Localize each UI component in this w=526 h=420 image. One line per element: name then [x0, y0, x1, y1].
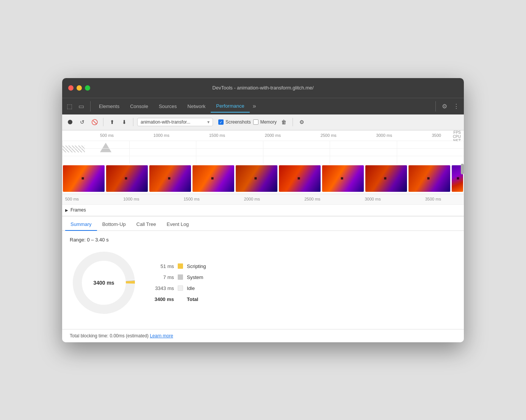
more-icon[interactable]: ⋮: [452, 101, 461, 111]
timeline-area: 500 ms 1000 ms 1500 ms 2000 ms 2500 ms 3…: [62, 130, 464, 216]
screenshots-checkbox[interactable]: Screenshots: [218, 119, 251, 125]
tab-items: Elements Console Sources Network Perform…: [94, 100, 435, 113]
ruler2-label-3500: 3500 ms: [425, 197, 441, 201]
cpu-label: CPU: [453, 135, 461, 139]
url-text: animation-with-transfor...: [141, 119, 206, 125]
tab-call-tree[interactable]: Call Tree: [131, 218, 161, 231]
legend-system: 7 ms System: [153, 274, 206, 280]
fps-label: FPS: [453, 130, 461, 135]
screenshots-checkbox-icon: [218, 119, 224, 125]
ruler2-label-500: 500 ms: [65, 197, 79, 201]
toolbar: ↺ 🚫 ⬆ ⬇ animation-with-transfor... ▾ Scr…: [62, 114, 464, 130]
tab-console[interactable]: Console: [125, 100, 153, 112]
screenshot-5[interactable]: [236, 165, 277, 192]
scripting-label: Scripting: [187, 263, 206, 269]
tab-elements[interactable]: Elements: [94, 100, 125, 112]
idle-swatch: [178, 285, 183, 291]
toolbar-separator-3: [293, 118, 293, 126]
memory-checkbox[interactable]: Memory: [253, 119, 277, 125]
ruler-labels-top: 500 ms 1000 ms 1500 ms 2000 ms 2500 ms 3…: [100, 133, 464, 138]
cursor-icon[interactable]: ⬚: [65, 101, 74, 111]
total-label: Total: [187, 296, 198, 302]
frames-row[interactable]: ▶ Frames: [62, 205, 464, 216]
ruler-label-2500: 2500 ms: [321, 133, 337, 138]
scrollbar-thumb[interactable]: [461, 164, 464, 174]
ruler2-label-1000: 1000 ms: [123, 197, 139, 201]
svg-point-0: [68, 120, 72, 124]
url-dropdown-icon: ▾: [207, 119, 210, 125]
screenshots-strip[interactable]: [62, 164, 464, 194]
idle-value: 3343 ms: [153, 285, 174, 291]
download-button[interactable]: ⬇: [119, 117, 129, 127]
screenshot-4[interactable]: [193, 165, 234, 192]
ruler-label-3000: 3000 ms: [376, 133, 392, 138]
timeline-ruler-bottom: 500 ms 1000 ms 1500 ms 2000 ms 2500 ms 3…: [62, 194, 464, 205]
analysis-tabs: Summary Bottom-Up Call Tree Event Log: [62, 216, 464, 231]
frames-arrow-icon: ▶: [65, 208, 68, 212]
ruler2-label-2500: 2500 ms: [304, 197, 320, 201]
donut-chart: 3400 ms: [70, 249, 138, 317]
ruler2-label-3000: 3000 ms: [365, 197, 380, 201]
ruler-label-1500: 1500 ms: [209, 133, 225, 138]
ruler-label-1000: 1000 ms: [153, 133, 169, 138]
scripting-swatch: [178, 263, 183, 269]
trash-icon[interactable]: 🗑: [279, 117, 289, 127]
screenshot-1[interactable]: [63, 165, 105, 192]
settings-icon[interactable]: ⚙: [440, 101, 449, 111]
clear-button[interactable]: 🚫: [89, 117, 99, 127]
toolbar-separator-2: [133, 118, 133, 126]
minimize-button[interactable]: [77, 85, 82, 91]
ruler-label-2000: 2000 ms: [265, 133, 281, 138]
screenshot-8[interactable]: [365, 165, 407, 192]
blocking-time-text: Total blocking time: 0.00ms (estimated): [70, 333, 149, 339]
tab-bottom-up[interactable]: Bottom-Up: [97, 218, 131, 231]
range-text: Range: 0 – 3.40 s: [70, 237, 456, 243]
memory-checkbox-icon: [253, 119, 258, 125]
traffic-lights: [68, 85, 90, 91]
learn-more-link[interactable]: Learn more: [150, 333, 173, 339]
bottom-panel: Summary Bottom-Up Call Tree Event Log Ra…: [62, 216, 464, 342]
ruler-label-500: 500 ms: [100, 133, 114, 138]
toolbar-right: Screenshots Memory 🗑 ⚙: [218, 117, 307, 127]
ruler2-label-1500: 1500 ms: [184, 197, 200, 201]
ruler-label-3500: 3500: [432, 133, 441, 138]
summary-content: 3400 ms 51 ms Scripting 7 ms System: [70, 249, 456, 317]
screenshot-2[interactable]: [106, 165, 148, 192]
screenshot-3[interactable]: [149, 165, 191, 192]
tab-performance[interactable]: Performance: [211, 100, 249, 113]
settings-gear-icon[interactable]: ⚙: [297, 117, 307, 127]
legend-idle: 3343 ms Idle: [153, 285, 206, 291]
bottom-bar: Total blocking time: 0.00ms (estimated) …: [62, 329, 464, 342]
screenshots-label: Screenshots: [225, 119, 251, 125]
devtools-window: DevTools - animation-with-transform.glit…: [62, 78, 464, 342]
close-button[interactable]: [68, 85, 74, 91]
tab-summary[interactable]: Summary: [65, 218, 97, 231]
maximize-button[interactable]: [85, 85, 90, 91]
tab-event-log[interactable]: Event Log: [161, 218, 194, 231]
screenshot-7[interactable]: [322, 165, 364, 192]
title-bar: DevTools - animation-with-transform.glit…: [62, 78, 464, 98]
memory-label: Memory: [260, 119, 277, 125]
window-title: DevTools - animation-with-transform.glit…: [212, 85, 313, 91]
ruler2-label-2000: 2000 ms: [244, 197, 260, 201]
toolbar-separator-1: [103, 118, 103, 126]
scripting-value: 51 ms: [153, 263, 174, 269]
record-button[interactable]: [65, 117, 75, 127]
timeline-ruler-top: 500 ms 1000 ms 1500 ms 2000 ms 2500 ms 3…: [62, 130, 464, 141]
url-selector[interactable]: animation-with-transfor... ▾: [137, 118, 213, 126]
screenshot-6[interactable]: [279, 165, 321, 192]
tab-network[interactable]: Network: [182, 100, 211, 112]
tab-more[interactable]: »: [250, 101, 259, 111]
legend-total: 3400 ms Total: [153, 296, 206, 302]
upload-button[interactable]: ⬆: [107, 117, 117, 127]
fps-cpu-net-graph[interactable]: [62, 141, 464, 164]
tab-bar-icons: ⬚ ▭: [65, 101, 91, 111]
summary-panel: Range: 0 – 3.40 s 3400 ms: [62, 231, 464, 323]
refresh-button[interactable]: ↺: [77, 117, 87, 127]
idle-label: Idle: [187, 285, 195, 291]
device-icon[interactable]: ▭: [77, 101, 86, 111]
frames-label: Frames: [70, 207, 86, 213]
donut-center-label: 3400 ms: [93, 280, 114, 286]
screenshot-9[interactable]: [409, 165, 450, 192]
tab-sources[interactable]: Sources: [153, 100, 182, 112]
